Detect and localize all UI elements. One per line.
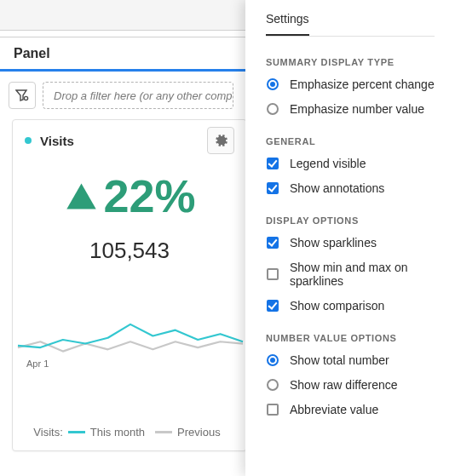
checkbox-label: Show min and max on sparklines	[290, 261, 435, 288]
checkbox-icon	[267, 404, 279, 416]
checkbox-icon	[267, 300, 279, 312]
radio-label: Show raw difference	[290, 378, 398, 392]
checkbox-show-sparklines[interactable]: Show sparklines	[266, 236, 435, 249]
checkbox-label: Show comparison	[290, 299, 384, 313]
legend-current-label: This month	[90, 426, 145, 439]
checkbox-show-comparison[interactable]: Show comparison	[266, 299, 435, 313]
radio-show-total[interactable]: Show total number	[266, 353, 435, 367]
checkbox-label: Show annotations	[290, 181, 384, 195]
panel-area: Panel Drop a filter here (or any other c…	[0, 0, 247, 476]
checkbox-abbreviate-value[interactable]: Abbreviate value	[266, 403, 435, 416]
card-settings-button[interactable]	[207, 127, 234, 154]
checkbox-label: Show sparklines	[290, 236, 377, 249]
checkbox-show-annotations[interactable]: Show annotations	[266, 181, 435, 195]
card-header: Visits	[13, 120, 246, 161]
legend-dot-icon	[25, 137, 32, 144]
number-value: 105,543	[13, 219, 246, 264]
radio-label: Show total number	[290, 353, 389, 367]
trend-up-icon	[63, 178, 100, 215]
filter-row: Drop a filter here (or any other compone…	[0, 72, 247, 118]
radio-emphasize-value[interactable]: Emphasize number value	[266, 102, 435, 116]
legend-line-icon	[68, 431, 85, 433]
sparklines: Apr 1	[13, 306, 246, 377]
card-legend: Visits: This month Previous	[13, 426, 246, 439]
app-chrome-inner	[0, 0, 247, 31]
summary-card: Visits 22% 105,543 Apr 1 Visit	[12, 119, 247, 451]
legend-line-icon	[155, 431, 172, 433]
checkbox-icon	[267, 268, 279, 280]
checkbox-icon	[267, 158, 279, 169]
radio-icon	[267, 78, 279, 90]
checkbox-label: Legend visible	[290, 157, 366, 170]
settings-tabs: Settings	[266, 12, 435, 37]
svg-point-0	[24, 96, 27, 100]
checkbox-icon	[267, 237, 279, 249]
checkbox-label: Abbreviate value	[290, 403, 378, 416]
panel-header: Panel	[0, 37, 247, 72]
tab-settings[interactable]: Settings	[266, 12, 309, 36]
legend-key-previous: Previous	[155, 426, 221, 439]
percent-value: 22%	[103, 173, 195, 219]
app-chrome-band	[0, 0, 247, 37]
radio-show-raw-diff[interactable]: Show raw difference	[266, 378, 435, 392]
radio-emphasize-percent[interactable]: Emphasize percent change	[266, 77, 435, 91]
drop-zone[interactable]: Drop a filter here (or any other compone…	[43, 82, 233, 109]
legend-prefix: Visits:	[33, 426, 62, 439]
metric-name: Visits	[40, 134, 207, 148]
panel-title: Panel	[14, 46, 50, 61]
filter-icon	[15, 89, 29, 102]
checkbox-legend-visible[interactable]: Legend visible	[266, 157, 435, 170]
checkbox-icon	[267, 182, 279, 194]
section-header-number-value-options: NUMBER VALUE OPTIONS	[266, 333, 435, 343]
summary-block: 22% 105,543	[13, 161, 246, 264]
settings-panel: Settings SUMMARY DISPLAY TYPE Emphasize …	[245, 0, 455, 476]
section-header-summary-display-type: SUMMARY DISPLAY TYPE	[266, 57, 435, 67]
radio-label: Emphasize number value	[290, 102, 424, 116]
filter-button[interactable]	[9, 82, 36, 109]
radio-icon	[267, 103, 279, 115]
radio-label: Emphasize percent change	[290, 77, 435, 91]
spark-x-label: Apr 1	[26, 358, 49, 369]
legend-previous-label: Previous	[177, 426, 221, 439]
gear-icon	[213, 133, 228, 148]
section-header-general: GENERAL	[266, 136, 435, 146]
checkbox-show-minmax[interactable]: Show min and max on sparklines	[266, 261, 435, 288]
percent-change: 22%	[13, 161, 246, 219]
legend-key-current: This month	[68, 426, 145, 439]
radio-icon	[267, 354, 279, 366]
section-header-display-options: DISPLAY OPTIONS	[266, 215, 435, 226]
radio-icon	[267, 379, 279, 391]
